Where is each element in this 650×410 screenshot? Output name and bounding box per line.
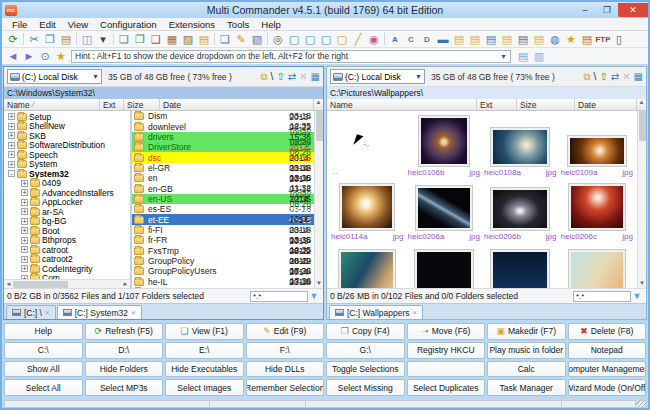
favorites-icon[interactable]: ★	[563, 32, 579, 47]
ftp-icon[interactable]: FTP	[595, 32, 611, 47]
shared-folder-icon[interactable]: ▤	[579, 32, 595, 47]
parent-folder-icon[interactable]: ⇧	[599, 70, 607, 84]
font-a-icon[interactable]: A	[387, 32, 403, 47]
maximize-button[interactable]: ❐	[596, 3, 618, 17]
tree-expand-icon[interactable]: +	[21, 199, 28, 206]
calc-button[interactable]: Calc	[487, 361, 566, 378]
tree-item-codeintegrity[interactable]: +CodeIntegrity	[4, 264, 130, 274]
tree-item-softwaredistribution[interactable]: +SoftwareDistribution	[4, 141, 130, 151]
tree-expand-icon[interactable]: +	[21, 237, 28, 244]
phone-icon[interactable]: ▯	[611, 32, 627, 47]
tree-item-system[interactable]: +System	[4, 160, 130, 170]
makedir-f7-button[interactable]: ▣Makedir (F7)	[487, 323, 566, 340]
tree-expand-icon[interactable]: +	[21, 189, 28, 196]
column-date[interactable]: Date	[575, 99, 637, 110]
tree-item-bthprops[interactable]: +Bthprops	[4, 236, 130, 246]
save-icon[interactable]: ▥	[531, 49, 547, 64]
tree-item-skb[interactable]: +SKB	[4, 131, 130, 141]
edit-f9-button[interactable]: ✎Edit (F9)	[246, 323, 325, 340]
copy-file-icon[interactable]: ❏	[116, 32, 132, 47]
tree-horizontal-scrollbar[interactable]: ◄ ►	[4, 279, 130, 288]
thumbnail-item-partial[interactable]	[559, 241, 636, 288]
scrollbar-thumb[interactable]	[13, 281, 68, 288]
drive-d-icon[interactable]: D	[419, 32, 435, 47]
scroll-right-icon[interactable]: ►	[121, 281, 130, 287]
filter-funnel-icon[interactable]: ▼	[308, 291, 320, 301]
browse-archive-icon[interactable]: ▤	[196, 32, 212, 47]
scroll-up-icon[interactable]: ▲	[637, 99, 646, 110]
colors-icon[interactable]: ◉	[366, 32, 382, 47]
folder-video-icon[interactable]: ▤	[515, 32, 531, 47]
unpack-icon[interactable]: ▨	[180, 32, 196, 47]
show-all-button[interactable]: Show All	[4, 361, 83, 378]
d-button[interactable]: D:\	[85, 342, 164, 359]
filter-funnel-icon[interactable]: ▼	[631, 291, 643, 301]
thumbnail-item[interactable]: heic0109ajpg	[559, 113, 636, 177]
refresh-icon[interactable]: ⟳	[5, 32, 21, 47]
tree-item-speech[interactable]: +Speech	[4, 150, 130, 160]
task-manager-button[interactable]: Task Manager	[487, 379, 566, 396]
menu-item-file[interactable]: File	[6, 19, 33, 30]
refresh-f5-button[interactable]: ⟳Refresh (F5)	[85, 323, 164, 340]
thumbnail-item[interactable]: heic0206bjpg	[482, 177, 559, 241]
scroll-down-icon[interactable]: ▼	[639, 279, 645, 288]
menu-item-edit[interactable]: Edit	[33, 19, 61, 30]
tree-expand-icon[interactable]: +	[8, 113, 15, 120]
folder-docs-icon[interactable]: ▤	[451, 32, 467, 47]
hide-dlls-button[interactable]: Hide DLLs	[246, 361, 325, 378]
column-name[interactable]: Name	[327, 99, 477, 110]
close-icon[interactable]: ×	[413, 308, 418, 317]
tree-item-bg-bg[interactable]: +bg-BG	[4, 217, 130, 227]
sys-c-icon[interactable]: C	[403, 32, 419, 47]
folder-tree-icon[interactable]: ⧉	[583, 70, 590, 84]
toggle-selections-button[interactable]: Toggle Selections	[326, 361, 405, 378]
tree-expand-icon[interactable]: +	[21, 227, 28, 234]
parent-folder-icon[interactable]: ⇧	[276, 70, 284, 84]
tree-item-0409[interactable]: +0409	[4, 179, 130, 189]
globe-icon[interactable]: ◍	[547, 32, 563, 47]
favorite-star-icon[interactable]: ★	[53, 49, 69, 64]
history-icon[interactable]: ⊙	[37, 49, 53, 64]
right-drive-dropdown[interactable]: (C:) Local Disk ▼	[330, 69, 425, 84]
delete-f8-button[interactable]: ✖Delete (F8)	[568, 323, 647, 340]
f-button[interactable]: F:\	[246, 342, 325, 359]
pack-icon[interactable]: ▦	[164, 32, 180, 47]
hint-combobox[interactable]: Hint : Alt+F1 to show the device dropdow…	[71, 50, 511, 63]
c-button[interactable]: C:\	[4, 342, 83, 359]
move-f6-button[interactable]: ➝Move (F6)	[407, 323, 486, 340]
hide-executables-button[interactable]: Hide Executables	[165, 361, 244, 378]
folder-music-icon[interactable]: ▤	[467, 32, 483, 47]
thumbnail-item-partial[interactable]	[406, 241, 483, 288]
play-music-in-folder-button[interactable]: Play music in folder	[487, 342, 566, 359]
tree-item-system32[interactable]: -System32	[4, 169, 130, 179]
tree-expand-icon[interactable]: +	[21, 256, 28, 263]
scrollbar-thumb[interactable]	[639, 111, 646, 141]
back-icon[interactable]: ◄	[5, 49, 21, 64]
tree-item-setup[interactable]: +Setup	[4, 112, 130, 122]
menu-item-extensions[interactable]: Extensions	[163, 19, 221, 30]
thumbnail-item-partial[interactable]	[329, 241, 406, 288]
layout-caret-icon[interactable]: ▾	[95, 32, 111, 47]
menu-item-tools[interactable]: Tools	[221, 19, 255, 30]
scroll-down-icon[interactable]: ▼	[316, 279, 322, 288]
select-mp3s-button[interactable]: Select MP3s	[85, 379, 164, 396]
right-vertical-scrollbar[interactable]: ▼	[637, 111, 646, 288]
forward-icon[interactable]: ►	[21, 49, 37, 64]
column-date[interactable]: Date	[160, 99, 314, 110]
close-button[interactable]: ✕	[618, 3, 648, 17]
left-filter-input[interactable]	[250, 291, 308, 302]
tree-expand-icon[interactable]: +	[8, 142, 15, 149]
thumbnail-item[interactable]: heic0206cjpg	[559, 177, 636, 241]
select-duplicates-button[interactable]: Select Duplicates	[407, 379, 486, 396]
tree-item-ar-sa[interactable]: +ar-SA	[4, 207, 130, 217]
checksum-icon[interactable]: ▧	[249, 32, 265, 47]
split-view-icon[interactable]: ◫	[79, 32, 95, 47]
root-icon[interactable]: \	[271, 70, 274, 84]
move-file-icon[interactable]: ❐	[132, 32, 148, 47]
computer-management-button[interactable]: Computer Management	[568, 361, 647, 378]
close-icon[interactable]: ×	[45, 308, 50, 317]
folder-user-icon[interactable]: ▤	[531, 32, 547, 47]
e-button[interactable]: E:\	[165, 342, 244, 359]
tree-expand-icon[interactable]: +	[8, 161, 15, 168]
select-missing-button[interactable]: Select Missing	[326, 379, 405, 396]
